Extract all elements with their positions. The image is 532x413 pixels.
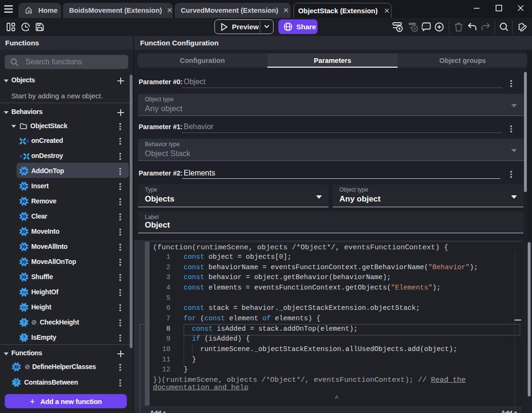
svg-text:?: ?	[15, 379, 18, 385]
svg-text:?: ?	[22, 319, 26, 325]
svg-text:f(x): f(x)	[21, 305, 27, 309]
svg-text:?: ?	[22, 334, 26, 340]
svg-text:f(x): f(x)	[21, 290, 27, 294]
